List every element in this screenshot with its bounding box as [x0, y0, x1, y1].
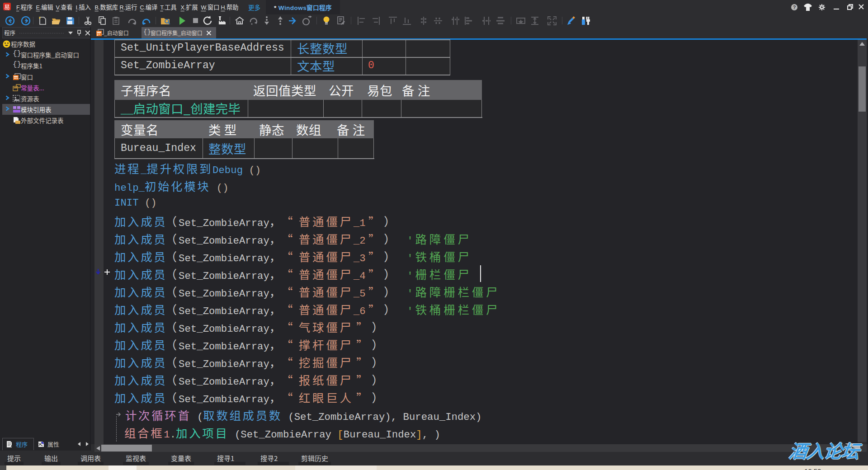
- svg-text:?: ?: [793, 5, 796, 10]
